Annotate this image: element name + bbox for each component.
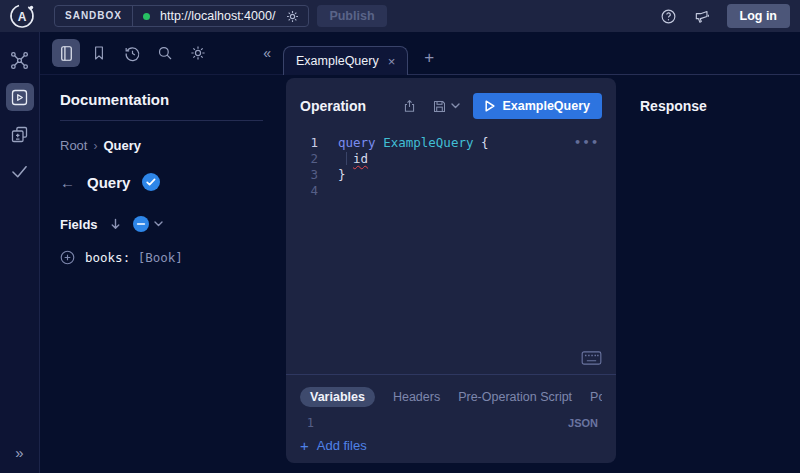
operation-editor[interactable]: 1query ExampleQuery {2id3}4 ••• <box>286 127 616 374</box>
indent-guide <box>346 152 347 165</box>
apollo-logo[interactable]: A <box>0 3 44 29</box>
tab-label: ExampleQuery <box>296 54 379 68</box>
main-area: ExampleQuery × + Operation <box>283 32 800 473</box>
search-button[interactable] <box>151 39 179 67</box>
gear-icon <box>285 9 300 24</box>
collapse-panel-button[interactable]: « <box>263 45 271 61</box>
endpoint-group: SANDBOX http://localhost:4000/ <box>54 5 309 27</box>
documentation-content: Documentation Root › Query ← Query Field… <box>40 75 283 281</box>
endpoint-settings-button[interactable] <box>285 9 308 24</box>
variables-line-number: 1 <box>300 416 314 430</box>
help-icon <box>660 8 677 25</box>
variables-editor-row[interactable]: 1 JSON <box>300 416 602 430</box>
apollo-logo-icon: A <box>9 3 35 29</box>
schema-graph-icon <box>9 50 30 71</box>
document-icon <box>57 44 76 63</box>
field-name[interactable]: books: <box>85 250 130 265</box>
code-line: 3} <box>286 167 616 183</box>
close-tab-button[interactable]: × <box>388 54 396 69</box>
documentation-toolbar: « <box>40 32 283 75</box>
code-line: 2id <box>286 151 616 167</box>
history-button[interactable] <box>118 39 146 67</box>
share-icon <box>402 98 417 114</box>
add-files-button[interactable]: + Add files <box>300 438 367 453</box>
type-heading-row: ← Query <box>60 173 263 191</box>
publish-button[interactable]: Publish <box>317 5 386 27</box>
breadcrumb-root[interactable]: Root <box>60 138 87 153</box>
operation-header: Operation <box>286 78 616 127</box>
field-row-books[interactable]: books: [Book] <box>60 250 263 265</box>
breadcrumb-separator: › <box>93 139 97 153</box>
breadcrumb: Root › Query <box>60 138 263 153</box>
announcements-button[interactable] <box>693 8 711 25</box>
operation-panel: Operation <box>286 78 616 463</box>
add-files-label: Add files <box>317 438 367 453</box>
fields-label: Fields <box>60 217 98 232</box>
search-icon <box>156 44 174 62</box>
code-lines: 1query ExampleQuery {2id3}4 <box>286 135 616 199</box>
endpoint-url-input[interactable]: http://localhost:4000/ <box>160 9 285 23</box>
save-operation-button[interactable] <box>432 99 447 114</box>
keyboard-icon <box>581 351 602 365</box>
tab-example-query[interactable]: ExampleQuery × <box>283 46 408 75</box>
line-number: 3 <box>286 167 318 183</box>
line-number: 1 <box>286 135 318 151</box>
field-type-link[interactable]: [Book] <box>138 250 183 265</box>
response-panel: Response <box>616 78 800 463</box>
tab-post-operation-script[interactable]: Post-Operation Script <box>590 387 602 407</box>
sidebar-item-checks[interactable] <box>6 157 34 185</box>
workbench-row: Operation <box>283 75 800 473</box>
line-number: 4 <box>286 183 318 199</box>
save-icon <box>432 99 447 114</box>
megaphone-icon <box>693 8 711 25</box>
documentation-panel: « Documentation Root › Query ← Query Fie… <box>40 32 283 473</box>
tab-headers[interactable]: Headers <box>393 387 440 407</box>
login-button[interactable]: Log in <box>727 4 791 28</box>
explorer-settings-button[interactable] <box>184 39 212 67</box>
editor-overflow-menu-button[interactable]: ••• <box>574 136 600 149</box>
chevron-down-icon <box>154 221 163 227</box>
keyboard-shortcuts-button[interactable] <box>581 351 602 365</box>
new-tab-button[interactable]: + <box>424 49 434 66</box>
tab-pre-operation-script[interactable]: Pre-Operation Script <box>458 387 572 407</box>
logo-letter: A <box>18 10 27 24</box>
save-menu-chevron-button[interactable] <box>451 103 460 109</box>
tab-variables[interactable]: Variables <box>300 387 375 407</box>
left-rail: » <box>0 32 40 473</box>
saved-operations-button[interactable] <box>85 39 113 67</box>
operation-title: Operation <box>300 98 366 114</box>
history-clock-icon <box>123 44 142 63</box>
operation-bottom-section: VariablesHeadersPre-Operation ScriptPost… <box>286 374 616 463</box>
run-button-label: ExampleQuery <box>502 99 590 113</box>
expand-rail-button[interactable]: » <box>15 444 23 461</box>
add-field-icon[interactable] <box>60 250 75 265</box>
bookmark-icon <box>90 44 108 62</box>
connection-status-dot <box>143 13 150 20</box>
checkmark-icon <box>9 161 30 182</box>
sidebar-item-explorer[interactable] <box>6 83 34 111</box>
fields-header-row: Fields <box>60 216 263 232</box>
breadcrumb-current: Query <box>103 138 141 153</box>
field-filter-button[interactable] <box>133 216 163 232</box>
line-number: 2 <box>286 151 318 167</box>
documentation-tab-button[interactable] <box>52 39 80 67</box>
secondary-tabs: VariablesHeadersPre-Operation ScriptPost… <box>300 387 602 407</box>
sandbox-badge: SANDBOX <box>55 6 133 26</box>
documentation-title: Documentation <box>60 91 263 108</box>
plus-icon: + <box>300 438 309 453</box>
back-button[interactable]: ← <box>60 174 75 191</box>
circle-minus-icon <box>133 216 149 232</box>
sort-fields-button[interactable] <box>109 217 122 231</box>
sidebar-item-schema[interactable] <box>6 46 34 74</box>
share-operation-button[interactable] <box>402 98 417 114</box>
gear-icon <box>189 44 207 62</box>
explorer-play-icon <box>9 87 30 108</box>
changelog-diff-icon <box>9 124 30 145</box>
plus-circle-icon <box>60 250 75 265</box>
code-line: 1query ExampleQuery { <box>286 135 616 151</box>
sidebar-item-changelog[interactable] <box>6 120 34 148</box>
divider <box>60 120 263 121</box>
help-button[interactable] <box>660 8 677 25</box>
run-operation-button[interactable]: ExampleQuery <box>473 93 602 119</box>
top-bar: A SANDBOX http://localhost:4000/ Publish… <box>0 0 800 32</box>
